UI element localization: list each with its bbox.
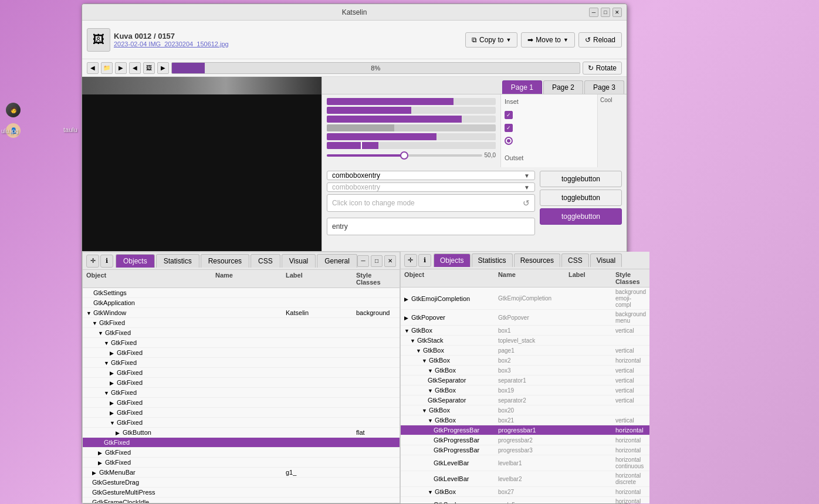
right-table-row[interactable]: ▼GtkBox box2 horizontal: [401, 356, 649, 366]
tree-toggle-icon[interactable]: ▶: [110, 380, 117, 386]
table-row[interactable]: ▶GtkMenuBar g1_: [83, 468, 400, 478]
tab-page1[interactable]: Page 1: [502, 80, 542, 94]
inspector-close-button[interactable]: ✕: [384, 255, 396, 267]
checkbox-1[interactable]: ✓: [505, 111, 513, 119]
right-table-row[interactable]: ▼GtkBox box21 vertical: [401, 415, 649, 425]
tree-toggle-icon[interactable]: ▼: [410, 338, 417, 344]
file-path[interactable]: 2023-02-04 IMG_20230204_150612.jpg: [114, 40, 462, 48]
tab-general[interactable]: General: [317, 254, 357, 268]
table-row[interactable]: GtkApplication: [83, 298, 400, 308]
toggle-button-3[interactable]: togglebutton: [540, 208, 622, 225]
tree-toggle-icon[interactable]: ▼: [428, 418, 435, 424]
tab-css[interactable]: CSS: [251, 254, 280, 268]
right-table-row[interactable]: GtkScale scale5 horizontal marks-after: [401, 497, 649, 503]
tree-toggle-icon[interactable]: ▼: [92, 320, 99, 326]
right-table-row[interactable]: ▶GtkPopover GtkPopover background menu: [401, 310, 649, 326]
table-row[interactable]: ▼GtkFixed: [83, 358, 400, 368]
maximize-button[interactable]: □: [601, 8, 610, 17]
tree-toggle-icon[interactable]: ▼: [86, 310, 93, 316]
table-row-selected[interactable]: GtkFixed: [83, 438, 400, 448]
tree-toggle-icon[interactable]: ▶: [110, 400, 117, 406]
tree-toggle-icon[interactable]: ▼: [422, 358, 429, 364]
inspector-minimize-button[interactable]: ─: [357, 255, 369, 267]
tab-visual[interactable]: Visual: [282, 254, 316, 268]
table-row[interactable]: ▼GtkFixed: [83, 318, 400, 328]
tree-toggle-icon[interactable]: ▶: [110, 410, 117, 416]
tab-resources[interactable]: Resources: [201, 254, 249, 268]
tree-toggle-icon[interactable]: ▼: [428, 368, 435, 374]
right-table-row[interactable]: ▼GtkBox box20: [401, 405, 649, 415]
table-row[interactable]: ▶GtkFixed: [83, 458, 400, 468]
table-row[interactable]: ▶GtkFixed: [83, 398, 400, 408]
tree-toggle-icon[interactable]: ▶: [110, 370, 117, 376]
toggle-button-1[interactable]: togglebutton: [540, 171, 622, 187]
right-table-row[interactable]: ▼GtkBox box27 horizontal: [401, 487, 649, 497]
tab-statistics[interactable]: Statistics: [156, 254, 199, 268]
tree-toggle-icon[interactable]: ▶: [404, 315, 411, 321]
toggle-button-2[interactable]: togglebutton: [540, 190, 622, 206]
right-table-row[interactable]: GtkSeparator separator2 vertical: [401, 395, 649, 405]
tree-toggle-icon[interactable]: ▶: [92, 470, 99, 476]
tree-toggle-icon[interactable]: ▶: [116, 430, 123, 436]
tree-toggle-icon[interactable]: ▼: [428, 388, 435, 394]
copy-to-button[interactable]: ⧉ Copy to ▼: [465, 32, 517, 48]
combobox-2[interactable]: comboboxentry ▼: [327, 182, 535, 192]
right-table-row[interactable]: ▼GtkStack toplevel_stack: [401, 336, 649, 346]
table-row[interactable]: ▼GtkFixed: [83, 328, 400, 338]
radio-button[interactable]: [505, 137, 513, 145]
right-tab-statistics[interactable]: Statistics: [472, 253, 513, 267]
table-row[interactable]: GtkGestureMultiPress: [83, 488, 400, 498]
rotate-button[interactable]: ↻ Rotate: [583, 62, 622, 75]
right-table-row-selected[interactable]: GtkProgressBar progressbar1 horizontal: [401, 425, 649, 435]
right-table-row[interactable]: ▼GtkBox box1 vertical: [401, 326, 649, 336]
right-table-row[interactable]: GtkLevelBar levelbar1 horizontal continu…: [401, 455, 649, 471]
tab-objects[interactable]: Objects: [116, 254, 155, 268]
tab-page2[interactable]: Page 2: [543, 80, 583, 94]
inspector-crosshair-icon[interactable]: ✛: [86, 255, 99, 268]
right-table-row[interactable]: ▼GtkBox box19 vertical: [401, 385, 649, 395]
tree-toggle-icon[interactable]: ▼: [98, 330, 105, 336]
tree-toggle-icon[interactable]: ▼: [104, 390, 111, 396]
table-row[interactable]: ▼GtkFixed: [83, 388, 400, 398]
move-to-button[interactable]: ➡ Move to ▼: [521, 32, 575, 48]
table-row[interactable]: GtkGestureDrag: [83, 478, 400, 488]
right-inspector-info-icon[interactable]: ℹ: [418, 254, 431, 267]
tree-toggle-icon[interactable]: ▼: [416, 348, 423, 354]
nav-folder-button[interactable]: 📁: [101, 62, 113, 74]
tree-toggle-icon[interactable]: ▼: [404, 328, 411, 334]
right-table-row[interactable]: GtkProgressBar progressbar3 horizontal: [401, 445, 649, 455]
table-row[interactable]: ▼GtkWindow Katselin background: [83, 308, 400, 318]
right-tab-css[interactable]: CSS: [561, 253, 589, 267]
table-row[interactable]: ▶GtkFixed: [83, 368, 400, 378]
right-table-row[interactable]: GtkProgressBar progressbar2 horizontal: [401, 435, 649, 445]
table-row[interactable]: ▶GtkButton flat: [83, 428, 400, 438]
right-table-row[interactable]: ▼GtkBox page1 vertical: [401, 346, 649, 356]
desktop-icon-1[interactable]: 🧑: [6, 103, 21, 117]
tree-toggle-icon[interactable]: ▶: [404, 296, 411, 302]
nav-prev-button[interactable]: ◀: [87, 62, 99, 74]
close-button[interactable]: ✕: [612, 8, 622, 17]
tree-toggle-icon[interactable]: ▶: [110, 350, 117, 356]
right-tab-resources[interactable]: Resources: [514, 253, 560, 267]
table-row[interactable]: ▶GtkFixed: [83, 408, 400, 418]
scale-thumb[interactable]: [400, 151, 408, 160]
right-table-row[interactable]: GtkLevelBar levelbar2 horizontal discret…: [401, 471, 649, 487]
tab-page3[interactable]: Page 3: [584, 80, 624, 94]
tree-toggle-icon[interactable]: ▼: [104, 360, 111, 366]
entry-field[interactable]: entry: [327, 218, 535, 235]
inspector-maximize-button[interactable]: □: [371, 255, 383, 267]
table-row[interactable]: GdkFrameClockIdle: [83, 498, 400, 503]
right-tab-visual[interactable]: Visual: [590, 253, 622, 267]
tree-toggle-icon[interactable]: ▼: [428, 489, 435, 495]
tree-toggle-icon[interactable]: ▼: [104, 340, 111, 346]
nav-image-button[interactable]: 🖼: [143, 62, 155, 74]
nav-prev2-button[interactable]: ◀: [129, 62, 141, 74]
tree-toggle-icon[interactable]: ▶: [98, 460, 105, 466]
tree-toggle-icon[interactable]: ▼: [422, 408, 429, 414]
table-row[interactable]: ▶GtkFixed: [83, 378, 400, 388]
tree-toggle-icon[interactable]: ▶: [98, 450, 105, 456]
combobox-1[interactable]: comboboxentry ▼: [327, 171, 535, 180]
table-row[interactable]: ▼GtkFixed: [83, 418, 400, 428]
mode-icon[interactable]: ↺: [523, 198, 530, 208]
table-row[interactable]: ▶GtkFixed: [83, 348, 400, 358]
